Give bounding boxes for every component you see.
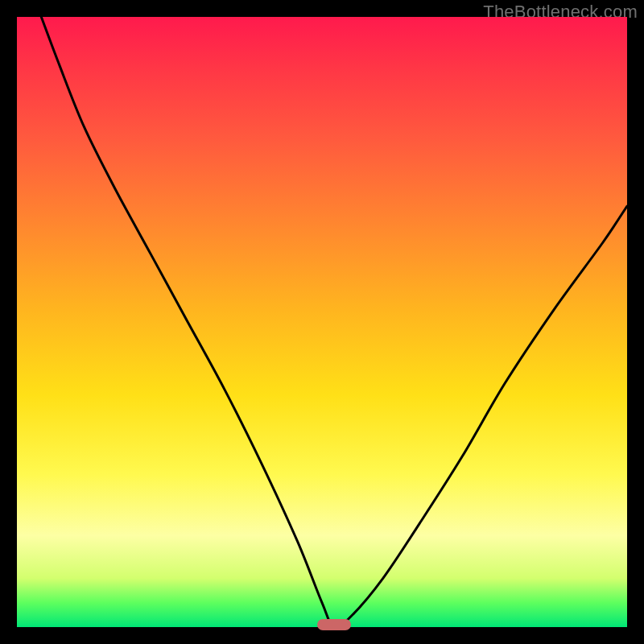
chart-frame: TheBottleneck.com [0,0,644,644]
bottleneck-curve [17,17,627,627]
minimum-marker [317,619,351,630]
plot-area [17,17,627,627]
